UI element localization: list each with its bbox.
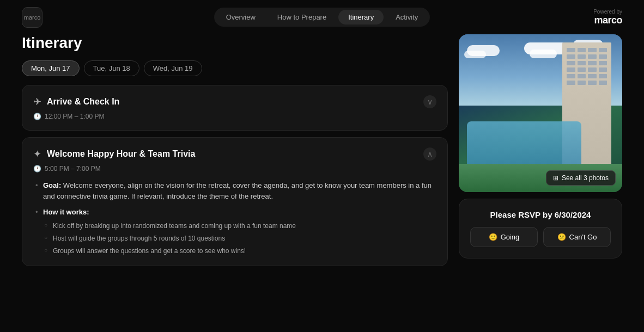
how-it-works-list: Kick off by breaking up into randomized … (43, 221, 436, 256)
cant-go-button[interactable]: 😕 Can't Go (543, 227, 611, 247)
photo-pool (467, 121, 581, 169)
going-button[interactable]: 🙂 Going (470, 227, 538, 247)
nav-tabs: Overview How to Prepare Itinerary Activi… (214, 8, 430, 27)
date-tab-wed[interactable]: Wed, Jun 19 (144, 60, 202, 76)
plane-icon: ✈ (33, 96, 41, 108)
sparkle-icon: ✦ (33, 148, 41, 160)
sub-item-2: Host will guide the groups through 5 rou… (43, 233, 436, 243)
how-it-works-item: How it works: Kick off by breaking up in… (35, 207, 436, 256)
time-text-welcome: 5:00 PM – 7:00 PM (45, 165, 101, 173)
cant-go-label: Can't Go (569, 233, 597, 241)
sub-item-3: Groups will answer the questions and get… (43, 246, 436, 256)
sad-icon: 😕 (557, 233, 566, 241)
date-tab-mon[interactable]: Mon, Jun 17 (22, 60, 80, 76)
logo-text: marco (24, 14, 41, 21)
chevron-up-icon[interactable]: ∧ (423, 147, 436, 161)
going-label: Going (501, 233, 520, 241)
event-header-welcome[interactable]: ✦ Welcome Happy Hour & Team Trivia ∧ (33, 147, 436, 161)
goal-item: Goal: Welcome everyone, align on the vis… (35, 180, 436, 201)
date-tabs: Mon, Jun 17 Tue, Jun 18 Wed, Jun 19 (22, 60, 448, 76)
how-it-works-label: How it works: (43, 208, 89, 216)
photo-card: ⊞ See all 3 photos (459, 34, 622, 192)
left-column: Itinerary Mon, Jun 17 Tue, Jun 18 Wed, J… (22, 34, 459, 321)
date-tab-tue[interactable]: Tue, Jun 18 (84, 60, 139, 76)
clock-icon: 🕐 (33, 113, 41, 120)
event-title-arrive: Arrive & Check In (47, 97, 119, 107)
event-card-welcome: ✦ Welcome Happy Hour & Team Trivia ∧ 🕐 5… (22, 137, 448, 266)
event-title-row-welcome: ✦ Welcome Happy Hour & Team Trivia (33, 148, 195, 160)
page-title: Itinerary (22, 34, 448, 52)
grid-icon: ⊞ (553, 174, 558, 182)
powered-by: Powered by marco (593, 9, 622, 26)
goal-text: Welcome everyone, align on the vision fo… (43, 181, 432, 200)
tab-how-to-prepare[interactable]: How to Prepare (268, 10, 336, 24)
see-photos-label: See all 3 photos (562, 174, 609, 182)
powered-by-text: Powered by (593, 9, 622, 15)
event-card-arrive: ✈ Arrive & Check In ∨ 🕐 12:00 PM – 1:00 … (22, 85, 448, 131)
event-body-welcome: Goal: Welcome everyone, align on the vis… (33, 180, 436, 256)
event-time-arrive: 🕐 12:00 PM – 1:00 PM (33, 113, 436, 120)
building-windows (567, 48, 607, 85)
top-navigation: marco Overview How to Prepare Itinerary … (0, 0, 644, 34)
logo-area: marco (22, 7, 42, 28)
logo: marco (22, 7, 42, 28)
event-title-row: ✈ Arrive & Check In (33, 96, 119, 108)
rsvp-title: Please RSVP by 6/30/2024 (470, 210, 611, 219)
rsvp-buttons: 🙂 Going 😕 Can't Go (470, 227, 611, 247)
main-content: Itinerary Mon, Jun 17 Tue, Jun 18 Wed, J… (0, 34, 644, 332)
tab-overview[interactable]: Overview (216, 10, 265, 24)
clock-icon-2: 🕐 (33, 165, 41, 173)
event-details-list: Goal: Welcome everyone, align on the vis… (35, 180, 436, 256)
sub-item-1: Kick off by breaking up into randomized … (43, 221, 436, 231)
chevron-down-icon[interactable]: ∨ (423, 95, 436, 108)
event-header-arrive[interactable]: ✈ Arrive & Check In ∨ (33, 95, 436, 108)
rsvp-card: Please RSVP by 6/30/2024 🙂 Going 😕 Can't… (459, 199, 622, 259)
brand-name: marco (594, 15, 622, 26)
event-time-welcome: 🕐 5:00 PM – 7:00 PM (33, 165, 436, 173)
tab-itinerary[interactable]: Itinerary (338, 10, 384, 24)
event-title-welcome: Welcome Happy Hour & Team Trivia (47, 149, 195, 159)
tab-activity[interactable]: Activity (386, 10, 428, 24)
right-column: ⊞ See all 3 photos Please RSVP by 6/30/2… (459, 34, 622, 321)
time-text-arrive: 12:00 PM – 1:00 PM (45, 113, 104, 120)
see-photos-button[interactable]: ⊞ See all 3 photos (546, 170, 616, 186)
photo-placeholder (459, 34, 622, 192)
smile-icon: 🙂 (489, 233, 497, 241)
